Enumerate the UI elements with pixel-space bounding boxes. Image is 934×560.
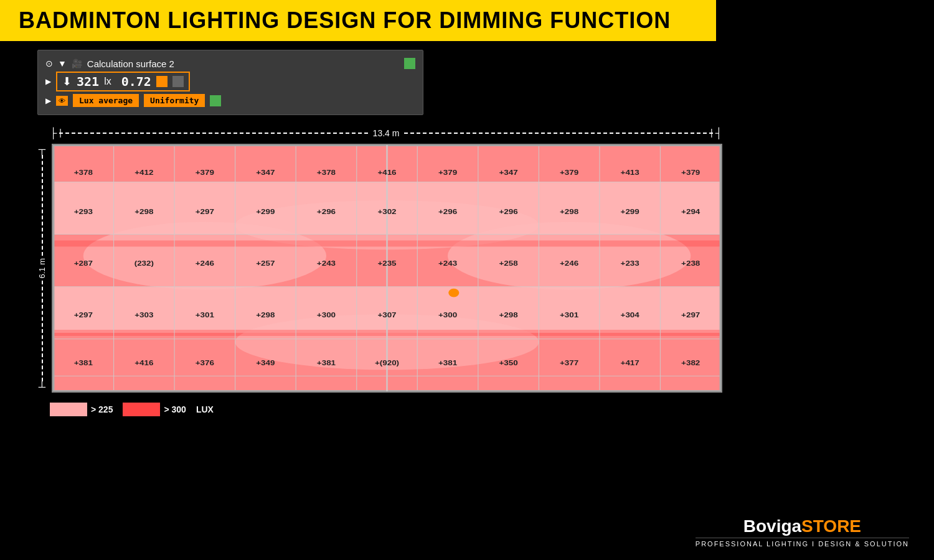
legend-color-dark [123,403,160,416]
svg-text:+235: +235 [377,259,396,267]
page-title: BADMINTON LIGHTING DESIGN FOR DIMMING FU… [19,7,697,34]
main-content: ⊙ ▼ 🎥 Calculation surface 2 ▶ ⬇ 321 lx 0… [37,50,722,416]
svg-text:+307: +307 [377,311,396,319]
svg-text:+299: +299 [256,208,275,215]
svg-text:+300: +300 [438,311,457,319]
ui-panel: ⊙ ▼ 🎥 Calculation surface 2 ▶ ⬇ 321 lx 0… [37,50,423,115]
svg-text:+297: +297 [196,208,214,215]
svg-text:+413: +413 [621,169,639,176]
svg-text:+377: +377 [560,360,578,367]
vertical-dimension: ┬ 6.1 m ┴ [37,144,47,393]
green-square-indicator [404,58,415,69]
eye-toggle-icon[interactable]: ⊙ [45,58,53,68]
legend-label-300: > 300 [164,404,186,414]
svg-point-26 [448,289,459,297]
svg-text:+296: +296 [317,208,336,215]
svg-text:+416: +416 [134,360,153,367]
svg-text:+296: +296 [438,208,457,215]
logo-brand: BovigaSTORE [696,516,909,536]
play-icon-2[interactable]: ▶ [45,96,51,105]
svg-text:+379: +379 [438,169,457,176]
width-dimension: 13.4 m [368,128,405,138]
svg-text:+379: +379 [560,169,578,176]
orange-dot-indicator [156,76,167,87]
lux-average-button[interactable]: Lux average [73,94,139,107]
svg-text:+297: +297 [681,311,700,319]
svg-text:+300: +300 [317,311,336,319]
svg-text:+302: +302 [377,208,396,215]
svg-text:+298: +298 [134,208,153,215]
svg-text:+238: +238 [681,259,700,267]
svg-text:+297: +297 [74,311,93,319]
svg-text:+350: +350 [499,360,517,367]
svg-text:+378: +378 [74,169,93,176]
svg-text:+347: +347 [499,169,517,176]
svg-text:+381: +381 [317,360,336,367]
svg-text:+287: +287 [74,259,93,267]
dim-line-right [404,133,712,134]
lux-unit: lx [104,76,111,87]
svg-text:+257: +257 [256,259,275,267]
lighting-area: ┬ 6.1 m ┴ [37,144,722,393]
svg-text:+381: +381 [438,360,457,367]
svg-text:+376: +376 [196,360,214,367]
panel-row-3: ▶ 👁 Lux average Uniformity [45,94,415,107]
svg-text:+301: +301 [196,311,214,319]
svg-text:+246: +246 [560,259,578,267]
panel-row-2: ▶ ⬇ 321 lx 0.72 [45,72,415,91]
legend: > 225 > 300 LUX [37,403,722,416]
svg-text:+301: +301 [560,311,578,319]
svg-text:+412: +412 [134,169,153,176]
legend-label-225: > 225 [91,404,113,414]
legend-item-300: > 300 [123,403,186,416]
header-banner: BADMINTON LIGHTING DESIGN FOR DIMMING FU… [0,0,716,41]
uniformity-value: 0.72 [121,74,151,89]
logo-store: STORE [801,516,861,536]
gray-square-btn[interactable] [172,76,184,87]
svg-text:+379: +379 [681,169,700,176]
green-square-indicator-2 [210,95,221,106]
svg-text:+298: +298 [499,311,517,319]
svg-text:(232): (232) [134,259,154,267]
svg-text:+243: +243 [438,259,457,267]
svg-text:+246: +246 [196,259,214,267]
svg-text:+233: +233 [621,259,639,267]
svg-text:+298: +298 [560,208,578,215]
play-icon[interactable]: ▶ [45,77,51,86]
svg-text:+378: +378 [317,169,336,176]
svg-text:+304: +304 [621,311,639,319]
svg-text:+294: +294 [681,208,700,215]
download-icon: ⬇ [62,75,72,88]
logo: BovigaSTORE PROFESSIONAL LIGHTING I DESI… [696,516,909,548]
svg-text:+417: +417 [621,360,639,367]
svg-text:+298: +298 [256,311,275,319]
svg-text:+347: +347 [256,169,275,176]
height-dimension: 6.1 m [37,256,47,281]
svg-text:+258: +258 [499,259,517,267]
svg-text:+349: +349 [256,360,275,367]
lux-uniformity-box: ⬇ 321 lx 0.72 [56,72,190,91]
svg-text:+293: +293 [74,208,93,215]
logo-boviga: Boviga [743,516,801,536]
camera-icon[interactable]: 🎥 [72,58,82,68]
logo-tagline: PROFESSIONAL LIGHTING I DESIGN & SOLUTIO… [696,538,909,548]
legend-unit: LUX [196,404,214,414]
svg-text:+303: +303 [134,311,153,319]
svg-text:+(920): +(920) [375,360,399,367]
legend-color-light [50,403,87,416]
dropdown-arrow-icon[interactable]: ▼ [58,58,67,68]
svg-text:+379: +379 [196,169,214,176]
svg-text:+381: +381 [74,360,93,367]
panel-row-1: ⊙ ▼ 🎥 Calculation surface 2 [45,58,415,69]
grid-container: +378 +412 +379 +347 +378 +416 +379 +347 … [52,144,722,393]
lux-value: 321 [77,74,99,89]
dimension-line-horizontal: ├ 13.4 m ┤ [37,128,722,139]
surface-title: Calculation surface 2 [87,58,399,69]
svg-text:+299: +299 [621,208,639,215]
legend-item-225: > 225 [50,403,113,416]
svg-text:+243: +243 [317,259,336,267]
heatmap-svg: +378 +412 +379 +347 +378 +416 +379 +347 … [53,145,721,391]
svg-text:+416: +416 [377,169,396,176]
eye-icon[interactable]: 👁 [56,96,68,106]
uniformity-button[interactable]: Uniformity [144,94,205,107]
